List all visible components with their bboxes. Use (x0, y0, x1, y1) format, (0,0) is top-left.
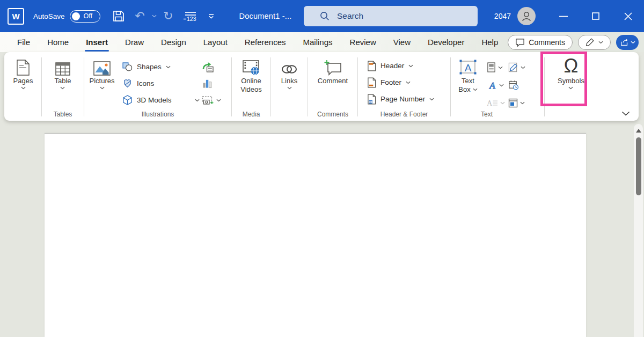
tab-view[interactable]: View (385, 32, 419, 52)
quick-parts-icon (487, 62, 496, 72)
shapes-chevron-icon (166, 65, 171, 69)
comment-label: Comment (318, 77, 348, 85)
header-button[interactable]: Header (367, 57, 413, 74)
vertical-scrollbar[interactable] (634, 124, 643, 337)
date-time-icon (508, 80, 519, 90)
document-title: Document1 -... (239, 12, 292, 20)
online-videos-button[interactable]: Online Videos (237, 57, 265, 94)
share-button[interactable] (616, 35, 639, 50)
save-button[interactable] (109, 6, 128, 26)
screenshot-chevron-icon (216, 99, 221, 102)
table-button[interactable]: Table (54, 57, 71, 90)
word-app-icon[interactable]: W (8, 8, 24, 25)
tab-layout[interactable]: Layout (195, 32, 236, 52)
collapse-ribbon-button[interactable] (621, 111, 630, 116)
page-number-button[interactable]: Page Number (367, 91, 434, 107)
symbols-chevron-icon (568, 86, 573, 90)
footer-button[interactable]: Footer (367, 74, 411, 91)
smartart-icon (202, 62, 214, 72)
ribbon-insert-panel: Pages Table Tables (4, 52, 639, 121)
wordart-chevron-icon (499, 84, 504, 87)
online-videos-icon (242, 57, 260, 76)
pictures-icon (93, 57, 111, 76)
numbering-button[interactable]: 123 (180, 6, 200, 26)
chart-button[interactable] (202, 75, 213, 92)
autosave-label: AutoSave (33, 12, 65, 20)
icons-button[interactable]: Icons (122, 75, 154, 92)
tab-draw[interactable]: Draw (116, 32, 152, 52)
tab-developer[interactable]: Developer (419, 32, 473, 52)
signature-line-icon (508, 62, 518, 72)
footer-icon (367, 77, 376, 88)
pages-button[interactable]: Pages (13, 57, 33, 90)
maximize-button[interactable] (580, 0, 612, 32)
undo-dropdown-chevron[interactable] (152, 14, 157, 18)
tab-references[interactable]: References (236, 32, 295, 52)
tab-design[interactable]: Design (152, 32, 195, 52)
tab-review[interactable]: Review (341, 32, 385, 52)
drop-cap-button[interactable]: A (487, 99, 508, 107)
redo-icon: ↻ (163, 10, 173, 22)
toggle-knob-icon (72, 12, 80, 20)
tables-group: Table Tables (43, 52, 82, 121)
tables-group-label: Tables (43, 111, 82, 118)
comments-group: Comment Comments (310, 52, 356, 121)
pictures-label: Pictures (90, 77, 115, 85)
qat-chevron-icon (208, 13, 215, 19)
table-chevron-icon (60, 86, 65, 90)
collapse-ribbon-chevron-icon (621, 111, 630, 116)
links-group: Links (273, 52, 306, 121)
document-page[interactable] (45, 133, 586, 337)
autosave-control[interactable]: AutoSave Off (33, 10, 100, 23)
wordart-button[interactable]: A (487, 80, 508, 90)
close-button[interactable] (612, 0, 644, 32)
editing-mode-button[interactable] (578, 35, 611, 50)
group-separator (308, 57, 308, 116)
symbols-button[interactable]: Ω Symbols (558, 57, 584, 90)
object-button[interactable] (508, 98, 538, 108)
object-chevron-icon (520, 101, 525, 105)
screenshot-button[interactable] (202, 92, 221, 108)
drop-cap-chevron-icon (500, 101, 505, 105)
quick-parts-button[interactable] (487, 62, 508, 72)
quick-parts-chevron-icon (498, 66, 503, 69)
tab-help[interactable]: Help (473, 32, 507, 52)
tab-file[interactable]: File (9, 32, 39, 52)
editing-mode-chevron-icon (598, 41, 603, 44)
new-comment-icon (324, 57, 342, 76)
text-box-label-line2: Box (458, 85, 470, 94)
page-number-icon (367, 94, 376, 105)
minimize-icon (559, 16, 568, 17)
quick-access-toolbar: ↶ ↻ 123 (109, 6, 221, 26)
undo-button[interactable]: ↶ (130, 6, 150, 26)
header-label: Header (380, 62, 404, 70)
svg-text:A: A (465, 62, 472, 74)
minimize-button[interactable] (547, 0, 580, 32)
account-avatar[interactable] (517, 7, 536, 25)
search-input[interactable]: Search (304, 6, 478, 26)
shapes-button[interactable]: Shapes (122, 58, 171, 75)
group-separator (231, 57, 232, 116)
comments-button-label: Comments (529, 38, 565, 47)
smartart-button[interactable] (202, 58, 214, 75)
scrollbar-thumb[interactable] (636, 137, 641, 195)
person-icon (520, 10, 533, 23)
customize-qat-dropdown[interactable] (202, 6, 221, 26)
redo-button[interactable]: ↻ (159, 6, 178, 26)
comment-button[interactable]: Comment (318, 57, 348, 85)
wordart-icon: A (487, 80, 497, 90)
tab-insert[interactable]: Insert (77, 32, 116, 52)
autosave-toggle[interactable]: Off (70, 10, 100, 23)
text-box-button[interactable]: A Text Box (452, 57, 484, 94)
date-time-button[interactable] (508, 80, 538, 90)
signature-line-button[interactable] (508, 62, 538, 72)
scroll-up-arrow-icon[interactable] (636, 129, 641, 133)
3d-models-button[interactable]: 3D Models (122, 92, 202, 108)
group-separator (41, 57, 42, 116)
tab-mailings[interactable]: Mailings (295, 32, 341, 52)
comments-button[interactable]: Comments (508, 35, 573, 50)
tab-home[interactable]: Home (39, 32, 77, 52)
links-button[interactable]: Links (280, 57, 298, 90)
svg-text:A: A (487, 99, 493, 107)
pictures-button[interactable]: Pictures (86, 57, 118, 90)
